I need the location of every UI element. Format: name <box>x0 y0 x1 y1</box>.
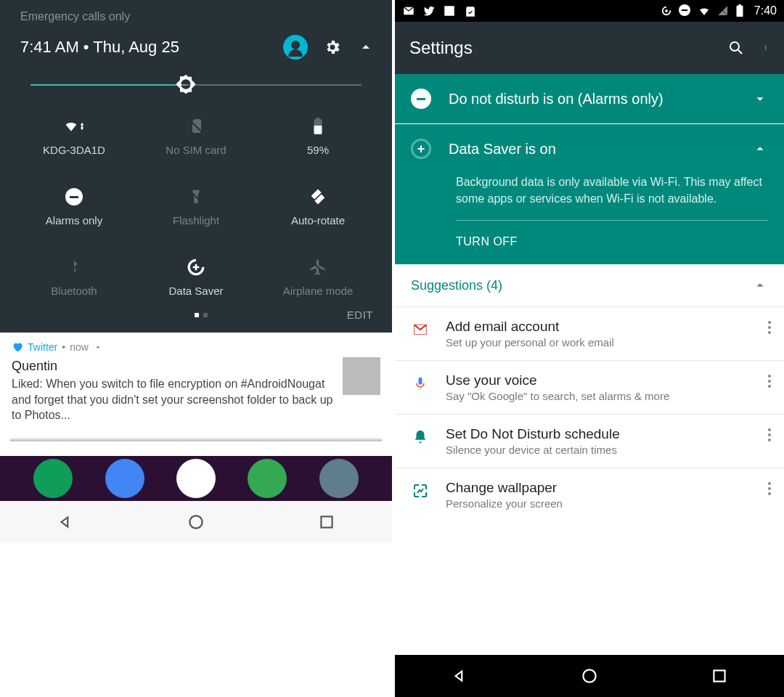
svg-rect-2 <box>317 118 319 120</box>
notif-time: now <box>70 341 89 353</box>
chevron-down-icon[interactable] <box>752 91 768 107</box>
notif-thumbnail <box>343 357 380 395</box>
user-avatar-icon[interactable] <box>283 35 308 60</box>
gear-icon[interactable] <box>324 38 341 56</box>
battery-tile[interactable]: 59% <box>257 116 379 156</box>
chevron-up-icon[interactable] <box>357 38 375 56</box>
suggestions-header-label: Suggestions (4) <box>411 278 502 293</box>
datasaver-banner-title: Data Saver is on <box>449 141 735 158</box>
svg-rect-5 <box>321 516 332 527</box>
suggestion-dnd-schedule[interactable]: Set Do Not Disturb scheduleSilence your … <box>395 414 784 468</box>
dnd-banner-title: Do not disturb is on (Alarms only) <box>449 91 735 107</box>
datasaver-banner[interactable]: + Data Saver is on Background data is on… <box>395 124 784 264</box>
suggestion-voice[interactable]: Use your voiceSay "Ok Google" to search,… <box>395 360 784 414</box>
chevron-up-icon[interactable] <box>752 141 768 157</box>
overflow-icon[interactable] <box>761 480 778 497</box>
status-time: 7:40 <box>754 4 777 17</box>
back-icon[interactable] <box>450 667 469 685</box>
overflow-icon[interactable] <box>761 319 778 336</box>
datasaver-tile[interactable]: Data Saver <box>135 257 257 297</box>
chevron-up-icon[interactable] <box>752 277 768 293</box>
qs-header: 7:41 AM • Thu, Aug 25 <box>13 35 379 65</box>
svg-point-17 <box>583 669 595 682</box>
status-bar: 7:40 <box>395 0 784 22</box>
suggestions-header[interactable]: Suggestions (4) <box>395 264 784 306</box>
autorotate-tile[interactable]: Auto-rotate <box>257 187 379 227</box>
dnd-icon <box>411 89 431 109</box>
wifi-status-icon <box>698 4 711 17</box>
notif-body-text: Liked: When you switch to file encryptio… <box>12 378 332 421</box>
settings-appbar: Settings <box>395 22 784 74</box>
suggestion-wallpaper[interactable]: Change wallpaperPersonalize your screen <box>395 468 784 521</box>
svg-rect-1 <box>314 126 322 134</box>
turn-off-button[interactable]: TURN OFF <box>395 221 784 264</box>
dnd-tile[interactable]: Alarms only <box>13 187 135 227</box>
svg-rect-10 <box>738 4 741 7</box>
flashlight-icon <box>186 187 206 207</box>
twitter-icon <box>422 4 436 17</box>
svg-point-4 <box>189 515 202 528</box>
quick-settings-panel: Emergency calls only 7:41 AM • Thu, Aug … <box>0 0 392 333</box>
shade-handle[interactable] <box>10 439 382 441</box>
svg-rect-18 <box>714 670 724 681</box>
bluetooth-off-icon <box>64 257 84 277</box>
airplane-tile[interactable]: Airplane mode <box>257 257 379 297</box>
no-sim-icon <box>186 116 206 136</box>
svg-point-13 <box>765 47 766 48</box>
recents-icon[interactable] <box>710 667 729 685</box>
edit-button[interactable]: EDIT <box>347 309 373 321</box>
qs-tiles-grid: KDG-3DA1D No SIM card 59% Alarms only Fl… <box>13 90 379 307</box>
brightness-slider[interactable] <box>13 65 379 90</box>
twitter-notification[interactable]: Twitter • now Quentin Liked: When you sw… <box>0 333 392 431</box>
sim-tile[interactable]: No SIM card <box>135 116 257 156</box>
datasaver-icon <box>186 257 206 277</box>
chevron-up-icon[interactable] <box>93 342 103 352</box>
autorotate-icon <box>308 187 328 207</box>
bell-icon <box>411 428 430 447</box>
appbar-title: Settings <box>409 38 473 58</box>
dnd-status-icon <box>679 4 692 17</box>
bluetooth-tile[interactable]: Bluetooth <box>13 257 135 297</box>
notif-app-name: Twitter <box>28 341 57 353</box>
overflow-icon[interactable] <box>761 426 778 444</box>
emergency-label: Emergency calls only <box>20 10 379 23</box>
svg-point-12 <box>765 46 766 46</box>
qs-time-date[interactable]: 7:41 AM • Thu, Aug 25 <box>20 38 179 57</box>
dnd-banner[interactable]: Do not disturb is on (Alarms only) <box>395 74 784 123</box>
suggestion-add-email[interactable]: Add email accountSet up your personal or… <box>395 306 784 360</box>
home-icon[interactable] <box>187 513 205 531</box>
wifi-tile[interactable]: KDG-3DA1D <box>13 116 135 156</box>
search-icon[interactable] <box>727 39 745 57</box>
divider <box>10 438 382 439</box>
brightness-icon <box>174 73 197 96</box>
suggestions-list: Add email accountSet up your personal or… <box>395 306 784 521</box>
battery-status-icon <box>735 4 748 17</box>
recents-icon[interactable] <box>317 513 336 531</box>
home-dock-blurred <box>0 456 392 501</box>
datasaver-desc: Background data is only available via Wi… <box>395 174 784 213</box>
home-icon[interactable] <box>580 667 599 685</box>
gmail-icon <box>411 320 430 339</box>
nav-bar <box>0 501 392 543</box>
back-icon[interactable] <box>56 513 75 531</box>
playstore-icon <box>463 4 476 17</box>
gmail-icon <box>402 4 415 17</box>
svg-rect-9 <box>736 6 743 17</box>
mic-icon <box>411 374 430 393</box>
page-indicator <box>55 313 347 317</box>
dnd-icon <box>64 187 84 207</box>
airplane-off-icon <box>308 257 328 277</box>
phone-settings: 7:40 Settings Do not disturb is on (Alar… <box>392 0 784 697</box>
signal-status-icon <box>716 4 730 17</box>
flashlight-tile[interactable]: Flashlight <box>135 187 257 227</box>
svg-point-14 <box>765 49 766 49</box>
datasaver-status-icon <box>660 4 673 17</box>
overflow-icon[interactable] <box>765 40 769 56</box>
overflow-icon[interactable] <box>761 372 778 390</box>
svg-rect-16 <box>419 378 422 385</box>
wallpaper-icon <box>411 481 430 500</box>
nav-bar <box>395 655 784 697</box>
svg-rect-7 <box>444 6 454 16</box>
battery-icon <box>308 116 328 136</box>
heart-icon <box>12 341 23 353</box>
